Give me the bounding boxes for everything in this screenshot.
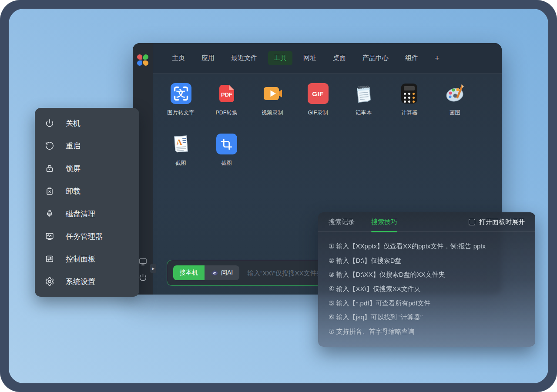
expand-on-open-checkbox[interactable] <box>469 219 475 225</box>
tab-recent-files[interactable]: 最近文件 <box>231 54 257 62</box>
menu-item-label: 锁屏 <box>66 164 81 174</box>
calculator-icon <box>399 83 420 104</box>
calculator-keys <box>404 93 415 103</box>
menu-item-task-manager[interactable]: 任务管理器 <box>35 225 139 248</box>
video-record-icon <box>262 83 283 104</box>
lock-icon <box>45 164 54 173</box>
tab-desktop[interactable]: 桌面 <box>333 54 346 62</box>
tip-item: ⑤ 输入【*.pdf】可查看所有pdf文件 <box>329 296 525 311</box>
tips-list: ① 输入【XXpptx】仅查看XX的pptx文件，例:报告 pptx ② 输入【… <box>318 232 535 339</box>
menu-item-label: 重启 <box>66 141 81 151</box>
tab-product-center[interactable]: 产品中心 <box>362 54 389 62</box>
desktop: ▶ 主页 应用 最近文件 工具 网址 桌面 产品中心 组件 + <box>9 9 548 383</box>
tool-label: 画图 <box>450 109 460 117</box>
tool-item-paint[interactable]: 画图 <box>432 83 478 117</box>
tip-item: ⑥ 输入【jsq】可以找到 “计算器” <box>329 310 525 325</box>
notepad-icon <box>353 83 374 104</box>
control-panel-icon <box>45 254 54 264</box>
ask-ai-label: 问AI <box>221 269 233 277</box>
menu-item-control-panel[interactable]: 控制面板 <box>35 248 139 270</box>
tab-home[interactable]: 主页 <box>172 54 185 62</box>
menu-item-label: 卸载 <box>66 186 81 196</box>
gif-glyph: GIF <box>312 90 324 97</box>
tab-search-history[interactable]: 搜索记录 <box>329 218 355 226</box>
tips-panel-header: 搜索记录 搜索技巧 打开面板时展开 <box>318 212 535 232</box>
logo-petal-orange <box>143 60 148 66</box>
tab-search-tips[interactable]: 搜索技巧 <box>371 218 397 226</box>
svg-text:PDF: PDF <box>221 91 232 98</box>
menu-item-label: 磁盘清理 <box>66 209 95 219</box>
power-icon[interactable] <box>138 273 148 282</box>
pdf-icon: PDF <box>216 83 237 104</box>
tool-label: 截图 <box>175 160 186 167</box>
tool-label: 记事本 <box>356 109 372 117</box>
tool-item-pdf[interactable]: PDF PDF转换 <box>204 83 249 117</box>
search-mode-toggle: 搜本机 问AI <box>173 265 239 280</box>
menu-item-label: 系统设置 <box>66 277 95 287</box>
tools-grid: 文 图片转文字 PDF PDF转换 <box>158 83 478 167</box>
calculator-screen <box>404 86 415 90</box>
logo-petal-red <box>137 54 142 60</box>
menu-item-uninstall[interactable]: 卸载 <box>35 180 139 202</box>
power-icon <box>45 118 54 128</box>
tool-item-video-record[interactable]: 视频录制 <box>249 83 295 117</box>
search-tips-panel: 搜索记录 搜索技巧 打开面板时展开 ① 输入【XXpptx】仅查看XX的pptx… <box>318 212 535 347</box>
paint-icon <box>445 83 466 104</box>
tip-item: ⑦ 支持拼音、首字母缩略查询 <box>329 325 525 339</box>
expand-handle[interactable]: ▶ <box>150 264 156 273</box>
disk-cleanup-icon <box>45 209 54 218</box>
wordpad-icon: A <box>171 134 191 154</box>
tip-item: ① 输入【XXpptx】仅查看XX的pptx文件，例:报告 pptx <box>329 239 525 254</box>
tab-apps[interactable]: 应用 <box>201 54 215 62</box>
menu-item-lock-screen[interactable]: 锁屏 <box>35 157 139 180</box>
menu-item-disk-cleanup[interactable]: 磁盘清理 <box>35 202 139 225</box>
power-menu: 关机 重启 锁屏 卸载 <box>35 108 139 297</box>
tab-urls[interactable]: 网址 <box>303 54 316 62</box>
expand-on-open-label: 打开面板时展开 <box>479 218 525 226</box>
search-local-button[interactable]: 搜本机 <box>173 265 205 280</box>
logo-petal-green <box>143 54 148 60</box>
tool-item-notepad[interactable]: 记事本 <box>341 83 386 117</box>
tool-item-screenshot-crop[interactable]: 截图 <box>204 134 249 167</box>
restart-icon <box>45 141 54 151</box>
screen-frame: ▶ 主页 应用 最近文件 工具 网址 桌面 产品中心 组件 + <box>0 0 557 392</box>
tip-item: ③ 输入【D:\XX】仅搜索D盘的XX文件夹 <box>329 268 525 282</box>
tab-widgets[interactable]: 组件 <box>405 54 418 62</box>
uninstall-icon <box>45 186 54 196</box>
calculator-body <box>401 84 417 104</box>
gif-icon: GIF <box>308 83 329 104</box>
tool-item-calculator[interactable]: 计算器 <box>386 83 432 117</box>
tool-item-gif-record[interactable]: GIF GIF录制 <box>295 83 341 117</box>
menu-item-label: 控制面板 <box>66 254 95 264</box>
app-logo-icon[interactable] <box>137 54 149 66</box>
menu-item-label: 任务管理器 <box>66 231 103 241</box>
menu-item-restart[interactable]: 重启 <box>35 134 139 157</box>
tab-bar: 主页 应用 最近文件 工具 网址 桌面 产品中心 组件 + <box>153 43 502 74</box>
add-tab-button[interactable]: + <box>435 54 440 63</box>
tool-item-screenshot-doc[interactable]: A 截图 <box>158 134 204 167</box>
tool-label: 图片转文字 <box>167 109 195 117</box>
menu-item-label: 关机 <box>66 118 81 128</box>
tool-item-ocr[interactable]: 文 图片转文字 <box>158 83 204 117</box>
display-icon[interactable] <box>138 257 148 266</box>
menu-item-shutdown[interactable]: 关机 <box>35 112 139 134</box>
tool-label: 计算器 <box>401 109 418 117</box>
tab-tools[interactable]: 工具 <box>268 51 292 65</box>
ocr-icon: 文 <box>171 83 191 104</box>
robot-icon <box>211 269 218 277</box>
ask-ai-button[interactable]: 问AI <box>205 265 239 280</box>
tool-label: PDF转换 <box>216 109 238 117</box>
tip-item: ② 输入【D:\】仅搜索D盘 <box>329 254 525 268</box>
tip-item: ④ 输入【XX\】仅搜索XX文件夹 <box>329 282 525 296</box>
tool-label: 视频录制 <box>262 109 283 117</box>
logo-petal-blue <box>137 60 142 66</box>
gear-icon <box>45 277 54 286</box>
tool-label: 截图 <box>221 160 232 167</box>
tool-label: GIF录制 <box>308 109 328 117</box>
task-manager-icon <box>45 231 54 241</box>
menu-item-system-settings[interactable]: 系统设置 <box>35 270 139 293</box>
svg-text:A: A <box>175 137 182 147</box>
crop-icon <box>216 134 237 154</box>
